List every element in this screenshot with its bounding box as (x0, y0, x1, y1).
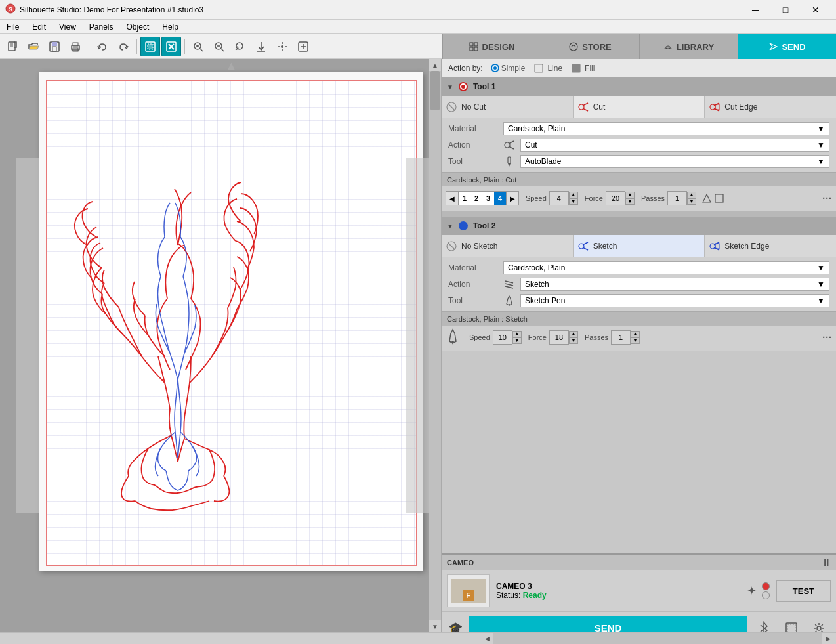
tool1-indicator (459, 82, 468, 91)
status-scroll-left[interactable]: ◀ (482, 633, 492, 644)
action-dropdown-arrow-t2: ▼ (817, 280, 825, 289)
material-dropdown-t2[interactable]: Cardstock, Plain ▼ (503, 261, 829, 274)
simple-radio[interactable]: Simple (491, 64, 526, 73)
canvas-page: ▲ (39, 72, 423, 571)
test-button[interactable]: TEST (776, 580, 831, 602)
speed-up-t2[interactable]: ▲ (512, 331, 522, 337)
depth-2[interactable]: 2 (470, 191, 482, 205)
open-button[interactable] (24, 37, 43, 56)
depth-3[interactable]: 3 (482, 191, 494, 205)
action-dropdown[interactable]: Cut ▼ (520, 139, 829, 152)
scroll-up-btn[interactable]: ▲ (429, 59, 441, 71)
speed-value-t2[interactable]: 10 (493, 330, 512, 345)
triangle-icon[interactable] (701, 193, 712, 204)
rect-icon[interactable] (714, 193, 724, 204)
tool1-cut-options: No Cut Cut Cut Edge (442, 96, 836, 118)
tool1-header[interactable]: ▼ Tool 1 (442, 77, 836, 96)
status-scroll-track[interactable] (493, 633, 822, 644)
undo-button[interactable] (93, 37, 112, 56)
speed-down-t2[interactable]: ▼ (512, 337, 522, 344)
more-button-t1[interactable]: ··· (822, 193, 832, 204)
scroll-up-arrow[interactable]: ▲ (226, 59, 238, 73)
passes-down-t1[interactable]: ▼ (687, 198, 696, 205)
menu-object[interactable]: Object (120, 21, 156, 33)
device-nav-arrows[interactable]: ✦ (747, 584, 757, 598)
no-sketch-label: No Sketch (461, 242, 497, 251)
line-radio[interactable]: Line (534, 64, 562, 73)
cameo-bar: CAMEO ⏸ (442, 553, 836, 570)
speed-value-t1[interactable]: 4 (549, 191, 569, 205)
speed-down-t1[interactable]: ▼ (569, 198, 578, 205)
more-button-t2[interactable]: ··· (822, 332, 832, 343)
move-down-button[interactable] (251, 37, 271, 56)
svg-marker-50 (508, 163, 511, 167)
maximize-button[interactable]: □ (770, 0, 801, 20)
zoom-in-button[interactable] (188, 37, 208, 56)
force-spinner-t1: ▲ ▼ (625, 192, 635, 205)
passes-value-t2[interactable]: 1 (611, 330, 631, 345)
cut-area (46, 80, 417, 566)
cut-option[interactable]: Cut (574, 96, 705, 118)
force-down-t2[interactable]: ▼ (569, 337, 578, 344)
fill-radio[interactable]: Fill (572, 64, 595, 73)
tool2-header[interactable]: ▼ Tool 2 (442, 217, 836, 235)
force-value-t1[interactable]: 20 (606, 191, 625, 205)
tool-dropdown-t2[interactable]: Sketch Pen ▼ (520, 294, 829, 307)
depth-1[interactable]: 1 (459, 191, 470, 205)
force-down-t1[interactable]: ▼ (625, 198, 635, 205)
vertical-scrollbar[interactable]: ▲ ▼ (429, 59, 441, 632)
tab-send[interactable]: SEND (738, 34, 836, 59)
svg-rect-32 (474, 47, 478, 51)
tab-store[interactable]: STORE (541, 34, 639, 59)
force-value-t2[interactable]: 18 (549, 330, 569, 345)
menu-help[interactable]: Help (156, 21, 185, 33)
pan-button[interactable] (272, 37, 292, 56)
status-scroll-right[interactable]: ▶ (823, 633, 833, 644)
material-dropdown[interactable]: Cardstock, Plain ▼ (503, 122, 829, 135)
svg-text:S: S (9, 6, 12, 12)
zoom-fit-button[interactable] (230, 37, 250, 56)
no-sketch-option[interactable]: No Sketch (442, 235, 574, 257)
tool2-section: ▼ Tool 2 No Sketch Sketch Sketch Edge (442, 217, 836, 349)
action-dropdown-t2[interactable]: Sketch ▼ (520, 278, 829, 291)
new-button[interactable] (3, 37, 22, 56)
minimize-button[interactable]: ─ (740, 0, 770, 20)
passes-up-t2[interactable]: ▲ (631, 331, 640, 337)
add-button[interactable] (293, 37, 313, 56)
tool-dropdown[interactable]: AutoBlade ▼ (520, 155, 829, 168)
depth-left-btn[interactable]: ◀ (446, 191, 459, 205)
sketch-edge-option[interactable]: Sketch Edge (705, 235, 836, 257)
scroll-track-vertical[interactable] (429, 71, 441, 620)
print-button[interactable] (66, 37, 85, 56)
select-button[interactable] (140, 37, 160, 56)
tab-design[interactable]: DESIGN (442, 34, 541, 59)
tab-library[interactable]: LIBRARY (639, 34, 738, 59)
passes-value-t1[interactable]: 1 (667, 191, 687, 205)
svg-rect-31 (470, 47, 473, 51)
menu-file[interactable]: File (0, 21, 26, 33)
force-up-t1[interactable]: ▲ (625, 192, 635, 198)
scroll-down-btn[interactable]: ▼ (429, 620, 441, 632)
deselect-button[interactable] (161, 37, 181, 56)
depth-4[interactable]: 4 (494, 191, 506, 205)
depth-right-btn[interactable]: ▶ (506, 191, 519, 205)
pause-button[interactable]: ⏸ (822, 557, 831, 568)
action-label-t2: Action (448, 280, 501, 289)
menu-edit[interactable]: Edit (26, 21, 52, 33)
cut-edge-option[interactable]: Cut Edge (705, 96, 836, 118)
close-button[interactable]: ✕ (801, 0, 831, 20)
menu-view[interactable]: View (52, 21, 83, 33)
speed-label-t2: Speed (469, 333, 490, 341)
zoom-out-button[interactable] (209, 37, 229, 56)
save-button[interactable] (45, 37, 64, 56)
speed-up-t1[interactable]: ▲ (569, 192, 578, 198)
menu-panels[interactable]: Panels (83, 21, 120, 33)
no-cut-option[interactable]: No Cut (442, 96, 574, 118)
redo-button[interactable] (114, 37, 133, 56)
sketch-option[interactable]: Sketch (574, 235, 705, 257)
force-spinner-t2: ▲ ▼ (569, 331, 578, 344)
passes-down-t2[interactable]: ▼ (631, 337, 640, 344)
action-by-label: Action by: (448, 64, 483, 73)
force-up-t2[interactable]: ▲ (569, 331, 578, 337)
passes-up-t1[interactable]: ▲ (687, 192, 696, 198)
